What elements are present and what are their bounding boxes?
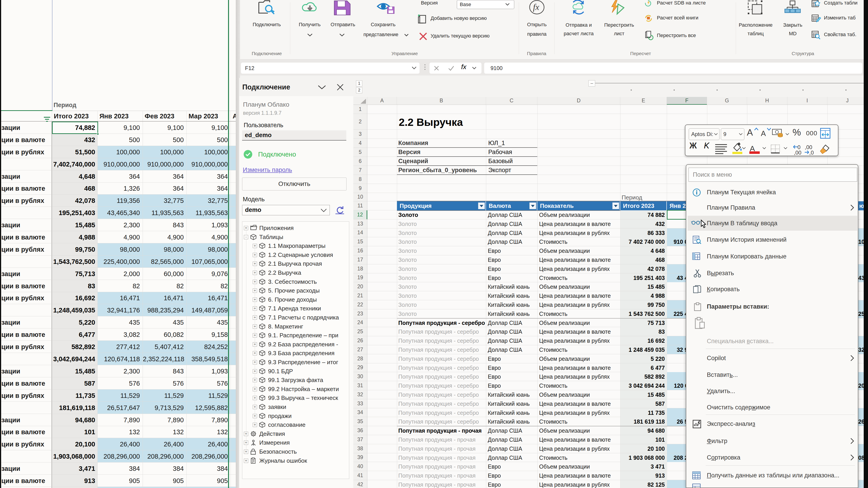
svg-text:fx: fx [533, 2, 539, 12]
